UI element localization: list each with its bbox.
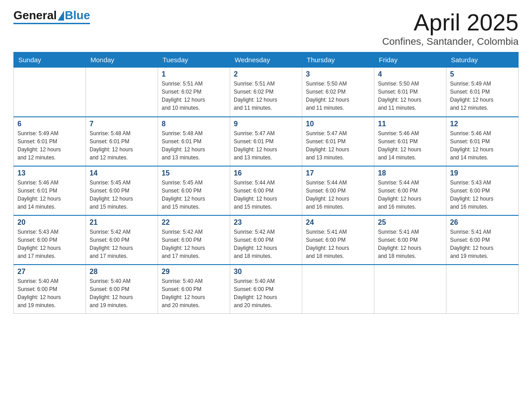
calendar-day-cell: 16Sunrise: 5:44 AM Sunset: 6:00 PM Dayli… [230,166,302,215]
logo: General Blue [13,9,90,24]
day-info: Sunrise: 5:45 AM Sunset: 6:00 PM Dayligh… [162,179,226,211]
day-info: Sunrise: 5:50 AM Sunset: 6:01 PM Dayligh… [378,80,442,112]
day-number: 6 [17,120,82,128]
day-info: Sunrise: 5:51 AM Sunset: 6:02 PM Dayligh… [162,80,226,112]
calendar-day-cell: 17Sunrise: 5:44 AM Sunset: 6:00 PM Dayli… [302,166,374,215]
calendar-day-cell: 29Sunrise: 5:40 AM Sunset: 6:00 PM Dayli… [158,265,230,314]
calendar-day-cell: 21Sunrise: 5:42 AM Sunset: 6:00 PM Dayli… [86,215,158,265]
weekday-header-tuesday: Tuesday [158,52,230,68]
day-number: 15 [162,169,226,177]
calendar-day-cell: 6Sunrise: 5:49 AM Sunset: 6:01 PM Daylig… [14,117,86,166]
calendar-header-row: SundayMondayTuesdayWednesdayThursdayFrid… [14,52,519,68]
calendar-day-cell [374,265,446,314]
weekday-header-saturday: Saturday [446,52,519,68]
day-number: 16 [234,169,298,177]
day-info: Sunrise: 5:46 AM Sunset: 6:01 PM Dayligh… [450,129,515,162]
day-number: 8 [162,120,226,128]
day-number: 12 [450,120,515,128]
day-number: 28 [90,268,154,276]
day-info: Sunrise: 5:44 AM Sunset: 6:00 PM Dayligh… [378,179,442,211]
calendar-week-row: 27Sunrise: 5:40 AM Sunset: 6:00 PM Dayli… [14,265,519,314]
calendar-day-cell [86,68,158,117]
calendar-day-cell: 14Sunrise: 5:45 AM Sunset: 6:00 PM Dayli… [86,166,158,215]
day-info: Sunrise: 5:45 AM Sunset: 6:00 PM Dayligh… [90,179,154,211]
calendar-day-cell: 8Sunrise: 5:48 AM Sunset: 6:01 PM Daylig… [158,117,230,166]
day-info: Sunrise: 5:44 AM Sunset: 6:00 PM Dayligh… [306,179,370,211]
day-number: 25 [378,218,442,227]
day-number: 4 [378,70,442,78]
day-info: Sunrise: 5:40 AM Sunset: 6:00 PM Dayligh… [234,277,298,309]
calendar-subtitle: Confines, Santander, Colombia [382,36,519,47]
day-number: 26 [450,218,515,227]
calendar-day-cell: 19Sunrise: 5:43 AM Sunset: 6:00 PM Dayli… [446,166,519,215]
day-info: Sunrise: 5:41 AM Sunset: 6:00 PM Dayligh… [378,228,442,260]
day-number: 21 [90,218,154,227]
calendar-day-cell: 1Sunrise: 5:51 AM Sunset: 6:02 PM Daylig… [158,68,230,117]
calendar-day-cell: 15Sunrise: 5:45 AM Sunset: 6:00 PM Dayli… [158,166,230,215]
day-number: 17 [306,169,370,177]
day-info: Sunrise: 5:41 AM Sunset: 6:00 PM Dayligh… [450,228,515,260]
calendar-day-cell: 24Sunrise: 5:41 AM Sunset: 6:00 PM Dayli… [302,215,374,265]
day-info: Sunrise: 5:40 AM Sunset: 6:00 PM Dayligh… [17,277,82,309]
calendar-day-cell: 10Sunrise: 5:47 AM Sunset: 6:01 PM Dayli… [302,117,374,166]
calendar-day-cell: 12Sunrise: 5:46 AM Sunset: 6:01 PM Dayli… [446,117,519,166]
day-info: Sunrise: 5:42 AM Sunset: 6:00 PM Dayligh… [90,228,154,260]
weekday-header-friday: Friday [374,52,446,68]
title-block: April 2025 Confines, Santander, Colombia [382,9,519,47]
day-info: Sunrise: 5:42 AM Sunset: 6:00 PM Dayligh… [234,228,298,260]
weekday-header-monday: Monday [86,52,158,68]
day-info: Sunrise: 5:40 AM Sunset: 6:00 PM Dayligh… [90,277,154,309]
calendar-day-cell: 20Sunrise: 5:43 AM Sunset: 6:00 PM Dayli… [14,215,86,265]
calendar-day-cell: 5Sunrise: 5:49 AM Sunset: 6:01 PM Daylig… [446,68,519,117]
day-info: Sunrise: 5:49 AM Sunset: 6:01 PM Dayligh… [450,80,515,112]
page-header: General Blue April 2025 Confines, Santan… [13,9,519,47]
calendar-table: SundayMondayTuesdayWednesdayThursdayFrid… [13,52,519,314]
calendar-day-cell: 23Sunrise: 5:42 AM Sunset: 6:00 PM Dayli… [230,215,302,265]
day-number: 23 [234,218,298,227]
day-number: 2 [234,70,298,78]
logo-general-text: General [13,9,57,22]
calendar-day-cell [14,68,86,117]
calendar-day-cell: 27Sunrise: 5:40 AM Sunset: 6:00 PM Dayli… [14,265,86,314]
calendar-day-cell [446,265,519,314]
day-info: Sunrise: 5:43 AM Sunset: 6:00 PM Dayligh… [450,179,515,211]
day-info: Sunrise: 5:47 AM Sunset: 6:01 PM Dayligh… [234,129,298,162]
calendar-title: April 2025 [382,9,519,36]
day-number: 22 [162,218,226,227]
day-number: 30 [234,268,298,276]
day-number: 24 [306,218,370,227]
day-number: 1 [162,70,226,78]
day-number: 20 [17,218,82,227]
day-info: Sunrise: 5:49 AM Sunset: 6:01 PM Dayligh… [17,129,82,162]
day-number: 5 [450,70,515,78]
calendar-day-cell: 9Sunrise: 5:47 AM Sunset: 6:01 PM Daylig… [230,117,302,166]
calendar-day-cell: 2Sunrise: 5:51 AM Sunset: 6:02 PM Daylig… [230,68,302,117]
day-number: 7 [90,120,154,128]
calendar-week-row: 1Sunrise: 5:51 AM Sunset: 6:02 PM Daylig… [14,68,519,117]
calendar-day-cell: 28Sunrise: 5:40 AM Sunset: 6:00 PM Dayli… [86,265,158,314]
day-info: Sunrise: 5:41 AM Sunset: 6:00 PM Dayligh… [306,228,370,260]
calendar-day-cell: 3Sunrise: 5:50 AM Sunset: 6:02 PM Daylig… [302,68,374,117]
calendar-week-row: 13Sunrise: 5:46 AM Sunset: 6:01 PM Dayli… [14,166,519,215]
calendar-day-cell: 22Sunrise: 5:42 AM Sunset: 6:00 PM Dayli… [158,215,230,265]
day-info: Sunrise: 5:46 AM Sunset: 6:01 PM Dayligh… [17,179,82,211]
weekday-header-wednesday: Wednesday [230,52,302,68]
logo-blue-text: Blue [65,9,90,22]
calendar-week-row: 20Sunrise: 5:43 AM Sunset: 6:00 PM Dayli… [14,215,519,265]
calendar-day-cell: 25Sunrise: 5:41 AM Sunset: 6:00 PM Dayli… [374,215,446,265]
day-info: Sunrise: 5:42 AM Sunset: 6:00 PM Dayligh… [162,228,226,260]
day-number: 14 [90,169,154,177]
day-number: 18 [378,169,442,177]
calendar-day-cell: 30Sunrise: 5:40 AM Sunset: 6:00 PM Dayli… [230,265,302,314]
day-number: 9 [234,120,298,128]
calendar-day-cell: 4Sunrise: 5:50 AM Sunset: 6:01 PM Daylig… [374,68,446,117]
calendar-week-row: 6Sunrise: 5:49 AM Sunset: 6:01 PM Daylig… [14,117,519,166]
calendar-day-cell: 26Sunrise: 5:41 AM Sunset: 6:00 PM Dayli… [446,215,519,265]
day-number: 29 [162,268,226,276]
calendar-day-cell: 11Sunrise: 5:46 AM Sunset: 6:01 PM Dayli… [374,117,446,166]
day-number: 13 [17,169,82,177]
day-number: 19 [450,169,515,177]
day-number: 11 [378,120,442,128]
weekday-header-thursday: Thursday [302,52,374,68]
day-info: Sunrise: 5:50 AM Sunset: 6:02 PM Dayligh… [306,80,370,112]
